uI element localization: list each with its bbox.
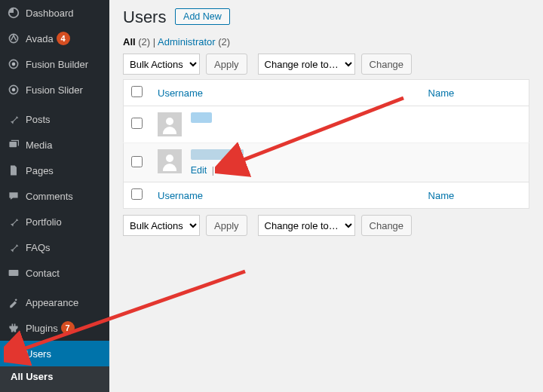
svg-point-4 [12,88,14,90]
media-icon [6,137,21,152]
users-table: Username Name [123,79,529,209]
sidebar-item-posts[interactable]: Posts [0,106,109,132]
appearance-icon [6,295,21,310]
sidebar-item-label: Comments [26,191,73,202]
sidebar-item-appearance[interactable]: Appearance [0,289,109,315]
sidebar-item-portfolio[interactable]: Portfolio [0,209,109,234]
sidebar-item-label: Contact [26,268,60,279]
sidebar-item-pages[interactable]: Pages [0,158,109,183]
delete-link[interactable]: Delete [219,165,246,176]
sidebar-item-avada[interactable]: Avada 4 [0,26,109,51]
change-role-select-bottom[interactable]: Change role to… [258,215,355,236]
username-redacted[interactable] [191,112,212,123]
sidebar-item-label: Portfolio [26,216,62,228]
contact-icon [6,265,21,280]
submenu-all-users[interactable]: All Users [0,366,109,387]
sidebar-item-label: Fusion Builder [26,59,88,70]
plugin-icon [6,320,21,335]
bottom-actions: Bulk Actions Apply Change role to… Chang… [123,215,529,236]
filter-administrator[interactable]: Administrator [158,36,216,47]
main-content: Users Add New All (2) | Administrator (2… [109,0,543,392]
sidebar-item-label: Plugins [26,323,58,334]
svg-rect-5 [9,142,17,147]
select-all-checkbox-bottom[interactable] [131,188,143,200]
portfolio-icon [6,214,21,229]
filter-all[interactable]: All [123,36,136,47]
apply-button-bottom[interactable]: Apply [206,215,247,236]
fusion-slider-icon [6,82,21,97]
sidebar-item-label: Users [26,348,51,360]
avatar [158,112,182,136]
sidebar-item-label: Posts [26,114,51,125]
edit-link[interactable]: Edit [191,165,207,176]
sidebar-item-label: Pages [26,165,54,176]
update-badge: 4 [57,32,70,45]
column-name[interactable]: Name [421,80,529,106]
row-actions: Edit | Delete [191,165,247,176]
column-name-footer[interactable]: Name [421,182,529,209]
comment-icon [6,188,21,204]
change-button[interactable]: Change [361,54,413,75]
filter-all-count: (2) [138,36,150,47]
pin-icon [6,112,21,127]
select-all-checkbox[interactable] [131,86,143,97]
fusion-builder-icon [6,57,21,72]
sidebar-item-faqs[interactable]: FAQs [0,234,109,260]
sidebar-item-plugins[interactable]: Plugins 7 [0,315,109,341]
admin-sidebar: Dashboard Avada 4 Fusion Builder Fusion … [0,0,109,392]
avatar [158,149,182,173]
add-new-button[interactable]: Add New [175,8,230,25]
filter-admin-count: (2) [218,36,230,47]
svg-point-7 [12,350,16,354]
top-actions: Bulk Actions Apply Change role to… Chang… [123,54,529,75]
column-username-footer[interactable]: Username [150,182,421,209]
sidebar-item-comments[interactable]: Comments [0,183,109,209]
table-row: Edit | Delete [124,143,529,182]
bulk-actions-select[interactable]: Bulk Actions [123,54,200,75]
sidebar-item-label: Fusion Slider [26,84,83,96]
sidebar-item-media[interactable]: Media [0,132,109,158]
apply-button[interactable]: Apply [206,54,247,75]
sidebar-item-users[interactable]: Users [0,341,109,366]
change-role-select[interactable]: Change role to… [258,54,355,75]
sidebar-item-label: Appearance [26,297,78,308]
sidebar-item-fusion-builder[interactable]: Fusion Builder [0,51,109,77]
page-icon [6,163,21,178]
sidebar-item-label: FAQs [26,242,51,253]
svg-point-2 [12,63,14,65]
sidebar-item-label: Media [26,139,52,151]
users-submenu: All Users Add New [0,366,109,392]
sidebar-item-label: Avada [26,33,54,44]
filter-links: All (2) | Administrator (2) [123,36,529,47]
change-button-bottom[interactable]: Change [361,215,413,236]
table-row [124,106,529,143]
bulk-actions-select-bottom[interactable]: Bulk Actions [123,215,200,236]
submenu-add-new[interactable]: Add New [0,387,109,392]
faq-icon [6,240,21,255]
avada-icon [6,31,21,46]
username-redacted[interactable] [191,149,244,160]
update-badge: 7 [61,321,75,335]
row-checkbox[interactable] [131,156,143,167]
sidebar-item-dashboard[interactable]: Dashboard [0,0,109,26]
sidebar-item-label: Dashboard [26,8,74,19]
sidebar-item-contact[interactable]: Contact [0,260,109,286]
row-checkbox[interactable] [131,118,143,129]
users-icon [6,346,21,361]
sidebar-item-fusion-slider[interactable]: Fusion Slider [0,77,109,103]
svg-rect-6 [9,270,19,276]
page-title: Users [123,8,166,27]
dashboard-icon [6,5,21,20]
column-username[interactable]: Username [150,80,421,106]
